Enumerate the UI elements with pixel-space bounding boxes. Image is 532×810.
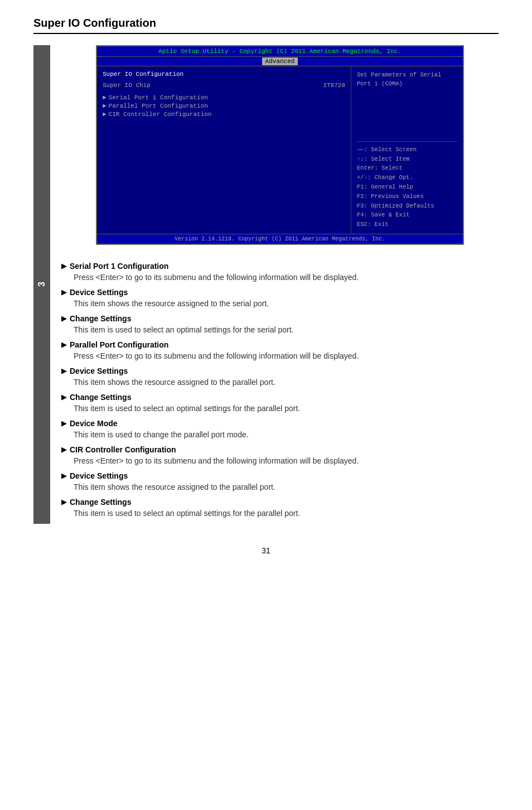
bullet-arrow-icon-4: ▶	[61, 367, 66, 375]
bullet-desc-6: This item is used to change the parallel…	[74, 429, 499, 441]
bullet-item-5: ▶Change SettingsThis item is used to sel…	[61, 393, 499, 414]
bios-menu-item-3[interactable]: ► CIR Controller Configuration	[103, 111, 345, 118]
bullet-title-text-8: Device Settings	[70, 471, 128, 480]
bullet-item-7: ▶CIR Controller ConfigurationPress <Ente…	[61, 445, 499, 467]
bullet-title-0: ▶Serial Port 1 Configuration	[61, 262, 499, 271]
bullet-item-6: ▶Device ModeThis item is used to change …	[61, 419, 499, 441]
bios-screen: Aptio Setup Utility - Copyright (C) 2011…	[96, 45, 464, 245]
bullet-desc-7: Press <Enter> to go to its submenu and t…	[74, 455, 499, 467]
bullet-title-text-9: Change Settings	[70, 498, 131, 507]
bullet-item-3: ▶Parallel Port ConfigurationPress <Enter…	[61, 340, 499, 362]
bios-key-6: F3: Optimized Defaults	[357, 201, 457, 211]
bullet-arrow-icon-1: ▶	[61, 288, 66, 296]
bullet-item-2: ▶Change SettingsThis item is used to sel…	[61, 314, 499, 336]
bullet-title-text-6: Device Mode	[70, 419, 118, 428]
bios-tab-bar: Advanced	[97, 57, 463, 66]
bullet-desc-3: Press <Enter> to go to its submenu and t…	[74, 350, 499, 362]
bios-key-8: ESC: Exit	[357, 220, 457, 229]
bullet-desc-5: This item is used to select an optimal s…	[74, 403, 499, 414]
bullet-title-text-3: Parallel Port Configuration	[70, 340, 168, 349]
bullet-title-8: ▶Device Settings	[61, 471, 499, 480]
bios-key-0: →←: Select Screen	[357, 145, 457, 155]
bullet-title-7: ▶CIR Controller Configuration	[61, 445, 499, 454]
bios-menu-item-2[interactable]: ► Parallel Port Configuration	[103, 103, 345, 109]
page-number: 31	[33, 546, 499, 555]
bullet-arrow-icon-2: ▶	[61, 315, 66, 322]
bullet-title-1: ▶Device Settings	[61, 288, 499, 297]
bullet-title-9: ▶Change Settings	[61, 498, 499, 507]
bullet-arrow-icon-6: ▶	[61, 420, 66, 427]
bullet-arrow-icon-0: ▶	[61, 262, 66, 270]
bullet-item-9: ▶Change SettingsThis item is used to sel…	[61, 498, 499, 519]
bullet-title-text-7: CIR Controller Configuration	[70, 445, 176, 454]
bios-key-5: F2: Previous Values	[357, 192, 457, 201]
bullet-title-text-0: Serial Port 1 Configuration	[70, 262, 168, 271]
bios-key-7: F4: Save & Exit	[357, 210, 457, 220]
bullet-item-4: ▶Device SettingsThis item shows the reso…	[61, 367, 499, 388]
bullet-title-4: ▶Device Settings	[61, 367, 499, 375]
bios-section-title: Super IO Configuration	[103, 71, 345, 78]
bullet-item-8: ▶Device SettingsThis item shows the reso…	[61, 471, 499, 493]
bullet-arrow-icon-5: ▶	[61, 393, 66, 401]
bullet-desc-8: This item shows the resource assigned to…	[74, 481, 499, 493]
bullet-desc-9: This item is used to select an optimal s…	[74, 508, 499, 519]
bullet-title-text-5: Change Settings	[70, 393, 131, 402]
bios-key-3: +/-: Change Opt.	[357, 173, 457, 182]
bullet-title-text-1: Device Settings	[70, 288, 128, 297]
bios-active-tab: Advanced	[262, 57, 298, 65]
bullet-title-3: ▶Parallel Port Configuration	[61, 340, 499, 349]
page-title: Super IO Configuration	[33, 17, 499, 34]
bios-menu-item-1[interactable]: ► Serial Port 1 Configuration	[103, 94, 345, 101]
bullet-arrow-icon-8: ▶	[61, 472, 66, 480]
bullet-arrow-icon-7: ▶	[61, 446, 66, 454]
bullet-desc-2: This item is used to select an optimal s…	[74, 324, 499, 336]
bios-chip-label: Super IO Chip	[103, 82, 151, 89]
bullet-title-text-4: Device Settings	[70, 367, 128, 375]
chapter-tab: 3	[33, 45, 50, 524]
bios-footer: Version 2.14.1219. Copyright (C) 2011 Am…	[97, 234, 463, 244]
bullet-item-1: ▶Device SettingsThis item shows the reso…	[61, 288, 499, 310]
bullet-title-6: ▶Device Mode	[61, 419, 499, 428]
bullet-desc-0: Press <Enter> to go to its submenu and t…	[74, 272, 499, 283]
bullet-title-2: ▶Change Settings	[61, 314, 499, 323]
bios-header: Aptio Setup Utility - Copyright (C) 2011…	[97, 46, 463, 57]
bullet-arrow-icon-3: ▶	[61, 341, 66, 349]
bullet-arrow-icon-9: ▶	[61, 498, 66, 506]
bullet-desc-4: This item shows the resource assigned to…	[74, 377, 499, 388]
bullet-item-0: ▶Serial Port 1 ConfigurationPress <Enter…	[61, 262, 499, 283]
bullet-desc-1: This item shows the resource assigned to…	[74, 298, 499, 310]
bullet-title-text-2: Change Settings	[70, 314, 131, 323]
bios-help-text: Set Parameters of Serial Port 1 (COMA)	[357, 71, 441, 87]
bullet-title-5: ▶Change Settings	[61, 393, 499, 402]
bios-key-4: F1: General Help	[357, 182, 457, 192]
bios-key-1: ↑↓: Select Item	[357, 155, 457, 164]
bios-chip-value: IT8728	[323, 82, 345, 89]
bios-key-2: Enter: Select	[357, 163, 457, 173]
